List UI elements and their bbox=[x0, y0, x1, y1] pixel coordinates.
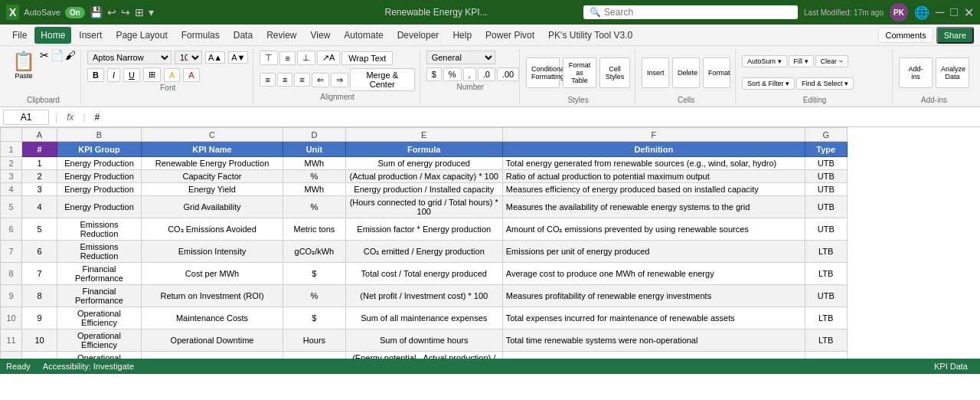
autosum-button[interactable]: AutoSum ▾ bbox=[742, 55, 787, 67]
redo-icon[interactable]: ↪ bbox=[121, 6, 130, 18]
format-button[interactable]: Format bbox=[703, 57, 730, 88]
save-icon[interactable]: 💾 bbox=[90, 6, 103, 18]
cell-unit[interactable]: MWh bbox=[283, 157, 346, 170]
menu-help[interactable]: Help bbox=[446, 27, 478, 44]
sort-filter-button[interactable]: Sort & Filter ▾ bbox=[742, 77, 795, 90]
menu-pk-utility[interactable]: PK's Utility Tool V3.0 bbox=[542, 27, 639, 44]
font-size-selector[interactable]: 10 bbox=[175, 51, 202, 64]
header-kpi-name[interactable]: KPI Name bbox=[142, 142, 283, 157]
decrease-decimal-button[interactable]: .0 bbox=[478, 67, 495, 81]
cell-kpi-group[interactable]: Financial Performance bbox=[57, 285, 142, 307]
cell-kpi-group[interactable]: Emissions Reduction bbox=[57, 218, 142, 241]
minimize-icon[interactable]: ─ bbox=[936, 5, 944, 19]
cut-icon[interactable]: ✂ bbox=[40, 49, 49, 61]
format-painter-icon[interactable]: 🖌 bbox=[65, 49, 76, 61]
align-center-button[interactable]: ≡ bbox=[277, 73, 292, 87]
undo-icon[interactable]: ↩ bbox=[107, 6, 116, 18]
cell-type[interactable]: LTB bbox=[805, 330, 847, 352]
cell-formula[interactable]: CO₂ emitted / Energy production bbox=[345, 241, 502, 263]
cell-formula[interactable]: Sum of energy produced bbox=[345, 157, 502, 170]
cell-formula[interactable]: Emission factor * Energy production bbox=[345, 218, 502, 241]
increase-indent-button[interactable]: ⇒ bbox=[331, 73, 348, 87]
cell-reference[interactable] bbox=[3, 110, 49, 125]
cell-type[interactable]: UTB bbox=[805, 157, 847, 170]
paste-button[interactable]: 📋 Paste bbox=[11, 49, 37, 81]
cell-type[interactable]: UTB bbox=[805, 196, 847, 218]
cell-kpi-group[interactable]: Energy Production bbox=[57, 170, 142, 183]
share-button[interactable]: Share bbox=[936, 27, 974, 44]
cell-formula[interactable]: (Net profit / Investment cost) * 100 bbox=[345, 285, 502, 307]
cell-unit[interactable]: % bbox=[283, 170, 346, 183]
comma-button[interactable]: , bbox=[463, 67, 476, 81]
more-icon[interactable]: ▾ bbox=[149, 6, 154, 18]
percent-button[interactable]: % bbox=[443, 67, 462, 81]
header-type[interactable]: Type bbox=[805, 142, 847, 157]
col-header-g[interactable]: G bbox=[805, 128, 847, 142]
comments-button[interactable]: Comments bbox=[878, 28, 933, 43]
autosave-toggle[interactable]: On bbox=[65, 7, 85, 18]
header-hash[interactable]: # bbox=[22, 142, 57, 157]
header-formula[interactable]: Formula bbox=[345, 142, 502, 157]
italic-button[interactable]: I bbox=[107, 68, 120, 82]
cell-kpi-name[interactable]: Operational Downtime bbox=[142, 330, 283, 352]
menu-insert[interactable]: Insert bbox=[73, 27, 108, 44]
cell-kpi-name[interactable]: Energy Losses bbox=[142, 352, 283, 359]
cell-type[interactable]: LTB bbox=[805, 241, 847, 263]
cell-hash[interactable]: 11 bbox=[22, 352, 57, 359]
copy-icon[interactable]: 📄 bbox=[51, 49, 64, 61]
sheet-tab[interactable]: KPI Data bbox=[928, 362, 974, 371]
align-bottom-button[interactable]: ⊥ bbox=[297, 51, 315, 65]
avatar[interactable]: PK bbox=[890, 3, 908, 21]
cell-unit[interactable]: % bbox=[283, 196, 346, 218]
find-select-button[interactable]: Find & Select ▾ bbox=[796, 77, 854, 90]
cell-hash[interactable]: 5 bbox=[22, 218, 57, 241]
cell-kpi-group[interactable]: Emissions Reduction bbox=[57, 241, 142, 263]
cell-definition[interactable]: Measures the availability of renewable e… bbox=[502, 196, 805, 218]
cell-kpi-name[interactable]: Emission Intensity bbox=[142, 241, 283, 263]
cell-type[interactable]: UTB bbox=[805, 285, 847, 307]
cell-definition[interactable]: Measures profitability of renewable ener… bbox=[502, 285, 805, 307]
cell-hash[interactable]: 8 bbox=[22, 285, 57, 307]
search-input[interactable] bbox=[604, 7, 742, 18]
cell-type[interactable]: LTB bbox=[805, 352, 847, 359]
cell-type[interactable]: UTB bbox=[805, 183, 847, 196]
decrease-indent-button[interactable]: ⇐ bbox=[312, 73, 329, 87]
col-header-e[interactable]: E bbox=[345, 128, 502, 142]
cell-definition[interactable]: Emissions per unit of energy produced bbox=[502, 241, 805, 263]
cell-type[interactable]: LTB bbox=[805, 263, 847, 285]
menu-developer[interactable]: Developer bbox=[391, 27, 446, 44]
cell-kpi-group[interactable]: Financial Performance bbox=[57, 263, 142, 285]
align-left-button[interactable]: ≡ bbox=[260, 73, 275, 87]
header-kpi-group[interactable]: KPI Group bbox=[57, 142, 142, 157]
maximize-icon[interactable]: □ bbox=[950, 5, 958, 19]
font-selector[interactable]: Aptos Narrow bbox=[87, 51, 172, 64]
table-icon[interactable]: ⊞ bbox=[135, 6, 144, 18]
cell-type[interactable]: UTB bbox=[805, 170, 847, 183]
align-top-button[interactable]: ⊤ bbox=[260, 51, 278, 65]
cell-definition[interactable]: Measures efficiency of energy produced b… bbox=[502, 183, 805, 196]
increase-decimal-button[interactable]: .00 bbox=[497, 67, 519, 81]
currency-button[interactable]: $ bbox=[426, 67, 442, 81]
wrap-text-button[interactable]: Wrap Text bbox=[341, 51, 393, 65]
cell-kpi-group[interactable]: Energy Production bbox=[57, 183, 142, 196]
cell-kpi-name[interactable]: Energy Yield bbox=[142, 183, 283, 196]
cell-type[interactable]: LTB bbox=[805, 307, 847, 330]
cell-unit[interactable]: Metric tons bbox=[283, 218, 346, 241]
menu-home[interactable]: Home bbox=[34, 27, 71, 44]
cell-unit[interactable]: gCO₂/kWh bbox=[283, 241, 346, 263]
cell-definition[interactable]: Total expenses incurred for maintenance … bbox=[502, 307, 805, 330]
cell-definition[interactable]: Amount of CO₂ emissions prevented by usi… bbox=[502, 218, 805, 241]
cell-unit[interactable]: $ bbox=[283, 263, 346, 285]
title-search[interactable]: 🔍 bbox=[583, 5, 798, 19]
cell-formula[interactable]: Total cost / Total energy produced bbox=[345, 263, 502, 285]
cell-styles-button[interactable]: CellStyles bbox=[599, 57, 630, 88]
cell-formula[interactable]: Sum of downtime hours bbox=[345, 330, 502, 352]
globe-icon[interactable]: 🌐 bbox=[914, 5, 929, 20]
cell-kpi-name[interactable]: Maintenance Costs bbox=[142, 307, 283, 330]
formula-input[interactable] bbox=[92, 110, 977, 124]
menu-data[interactable]: Data bbox=[227, 27, 259, 44]
clear-button[interactable]: Clear ~ bbox=[815, 55, 848, 67]
col-header-b[interactable]: B bbox=[57, 128, 142, 142]
font-color-button[interactable]: A bbox=[183, 68, 199, 82]
cell-kpi-name[interactable]: CO₂ Emissions Avoided bbox=[142, 218, 283, 241]
